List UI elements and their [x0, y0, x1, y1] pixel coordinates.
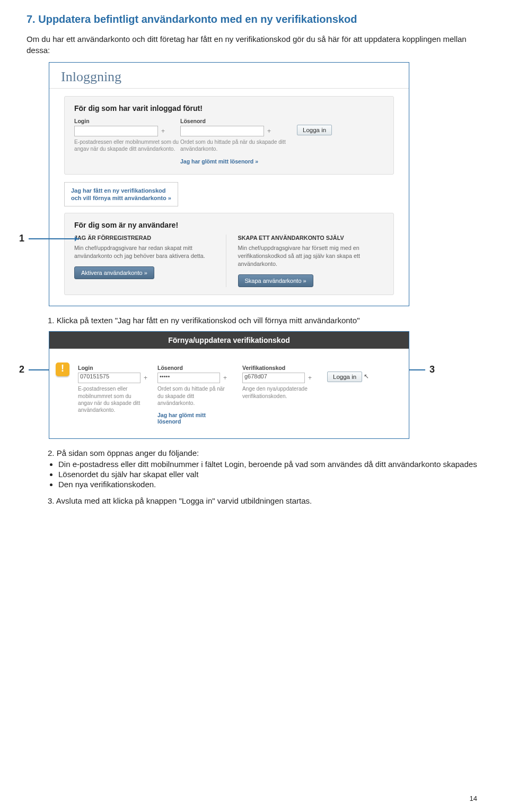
- bullet-3: Den nya verifikationskoden.: [58, 480, 482, 489]
- verification-code-help: Ange den nya/uppdaterade verifikationsko…: [242, 385, 311, 400]
- password-input[interactable]: [180, 126, 264, 136]
- bullet-1: Din e-postadress eller ditt mobilnummer …: [58, 460, 482, 469]
- login-label: Login: [78, 365, 157, 371]
- create-account-button[interactable]: Skapa användarkonto »: [238, 274, 313, 287]
- login-button[interactable]: Logga in: [297, 125, 332, 135]
- create-self-text: Min chef/uppdragsgivare har försett mig …: [238, 244, 377, 268]
- renew-code-screenshot: Förnya/uppdatera verifikationskod Login …: [49, 331, 409, 439]
- screenshot-2-wrapper: 2 3 Förnya/uppdatera verifikationskod Lo…: [49, 331, 446, 439]
- verification-code-label: Verifikationskod: [242, 365, 327, 371]
- login-label: Login: [74, 118, 180, 124]
- plus-icon: +: [220, 374, 230, 382]
- login-button[interactable]: Logga in: [327, 372, 362, 382]
- callout-number-2: 2: [19, 364, 24, 375]
- screenshot-1-wrapper: 1 Inloggning För dig som har varit inlog…: [49, 62, 446, 306]
- create-self-heading: SKAPA ETT ANVÄNDARKONTO SJÄLV: [238, 235, 377, 241]
- plus-icon: +: [305, 374, 315, 382]
- callout-number-1: 1: [19, 233, 24, 244]
- box-title: För dig som har varit inloggad förut!: [74, 104, 384, 113]
- password-label: Lösenord: [157, 365, 242, 371]
- login-help: E-postadressen eller mobilnummret som du…: [74, 139, 180, 153]
- vertical-divider: [226, 235, 226, 287]
- intro-paragraph: Om du har ett användarkonto och ditt för…: [27, 33, 482, 56]
- bullet-2: Lösenordet du själv har skapat eller val…: [58, 470, 482, 479]
- existing-user-box: För dig som har varit inloggad förut! Lo…: [64, 96, 394, 175]
- verification-code-input[interactable]: g678d07: [242, 373, 305, 383]
- login-help: E-postadressen eller mobilnummret som du…: [78, 385, 142, 413]
- forgot-password-link[interactable]: Jag har glömt mitt lösenord »: [180, 158, 297, 165]
- inloggning-screenshot: Inloggning För dig som har varit inlogga…: [49, 62, 409, 306]
- cursor-icon: ↖: [364, 373, 369, 380]
- preregistered-heading: JAG ÄR FÖRREGISTRERAD: [74, 235, 213, 241]
- step-1-text: 1. Klicka på texten "Jag har fått en ny …: [48, 316, 482, 325]
- window-title: Inloggning: [49, 63, 409, 89]
- section-heading: 7. Uppdatera befintligt användarkonto me…: [27, 13, 482, 25]
- plus-icon: +: [141, 374, 151, 382]
- plus-icon: +: [158, 127, 168, 135]
- preregistered-text: Min chef/uppdragsgivare har redan skapat…: [74, 244, 213, 260]
- password-label: Lösenord: [180, 118, 297, 124]
- login-input[interactable]: [74, 126, 158, 136]
- renew-link-line1: Jag har fått en ny verifikationskod: [71, 187, 171, 194]
- step-3-text: 3. Avsluta med att klicka på knappen "Lo…: [48, 496, 482, 505]
- renew-verification-link-box[interactable]: Jag har fått en ny verifikationskod och …: [64, 182, 178, 207]
- login-input[interactable]: 070151575: [78, 373, 141, 383]
- callout-arrow-1: [29, 238, 80, 239]
- dialog-title: Förnya/uppdatera verifikationskod: [49, 332, 409, 349]
- step-2-intro: 2. På sidan som öppnas anger du följande…: [48, 448, 482, 457]
- activate-account-button[interactable]: Aktivera användarkonto »: [74, 266, 154, 279]
- new-user-box: För dig som är ny användare! JAG ÄR FÖRR…: [64, 213, 394, 295]
- password-help: Ordet som du hittade på när du skapade d…: [180, 139, 297, 153]
- plus-icon: +: [264, 127, 274, 135]
- renew-link-line2: och vill förnya mitt användarkonto »: [71, 194, 171, 202]
- password-input[interactable]: •••••: [157, 373, 220, 383]
- forgot-password-link[interactable]: Jag har glömt mitt lösenord: [157, 412, 210, 425]
- box-title: För dig som är ny användare!: [74, 221, 384, 229]
- password-help: Ordet som du hittade på när du skapade d…: [157, 385, 226, 407]
- callout-number-3: 3: [429, 364, 435, 375]
